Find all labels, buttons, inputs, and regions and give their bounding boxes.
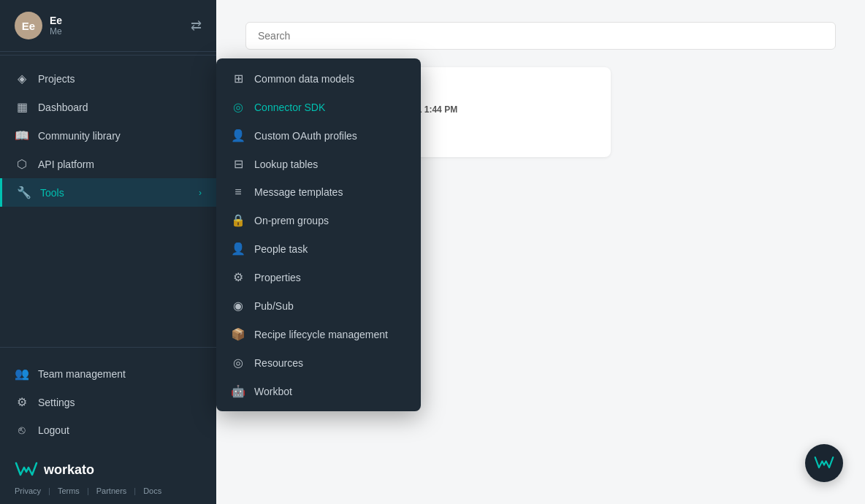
flyout-item-message-templates[interactable]: ≡ Message templates xyxy=(216,178,421,206)
sidebar-item-label: Team management xyxy=(38,368,126,380)
user-subtitle: Me xyxy=(50,26,62,37)
sidebar-item-settings[interactable]: ⚙ Settings xyxy=(0,388,216,416)
community-library-icon: 📖 xyxy=(15,129,29,142)
sidebar: Ee Ee Me ⇄ ◈ Projects ▦ Dashboard 📖 Comm… xyxy=(0,0,216,504)
properties-icon: ⚙ xyxy=(231,270,245,284)
footer-link-terms[interactable]: Terms xyxy=(58,486,80,495)
resources-icon: ◎ xyxy=(231,356,245,370)
sidebar-item-projects[interactable]: ◈ Projects xyxy=(0,64,216,93)
flyout-item-label: Recipe lifecycle management xyxy=(254,329,388,340)
sidebar-bottom: 👥 Team management ⚙ Settings ⎋ Logout xyxy=(0,351,216,453)
sidebar-item-label: Community library xyxy=(38,130,121,142)
flyout-item-label: Message templates xyxy=(254,186,343,198)
flyout-item-label: Lookup tables xyxy=(254,159,318,170)
dashboard-icon: ▦ xyxy=(15,100,29,114)
api-platform-icon: ⬡ xyxy=(15,157,29,171)
flyout-item-label: Custom OAuth profiles xyxy=(254,130,357,142)
sidebar-item-tools[interactable]: 🔧 Tools › xyxy=(0,178,216,207)
flyout-item-custom-oauth[interactable]: 👤 Custom OAuth profiles xyxy=(216,121,421,150)
user-info: Ee Me xyxy=(50,15,62,37)
sidebar-item-label: Tools xyxy=(40,187,64,199)
flyout-item-workbot[interactable]: 🤖 Workbot xyxy=(216,377,421,405)
flyout-item-common-data-models[interactable]: ⊞ Common data models xyxy=(216,64,421,93)
workato-logo: workato xyxy=(15,462,202,478)
workbot-icon: 🤖 xyxy=(231,384,245,398)
workato-brand-text: workato xyxy=(44,462,94,478)
logout-icon: ⎋ xyxy=(15,424,29,437)
sidebar-item-team-management[interactable]: 👥 Team management xyxy=(0,359,216,388)
settings-icon: ⚙ xyxy=(15,395,29,409)
switch-account-icon[interactable]: ⇄ xyxy=(191,18,202,34)
sidebar-footer: workato Privacy | Terms | Partners | Doc… xyxy=(0,453,216,504)
flyout-item-pub-sub[interactable]: ◉ Pub/Sub xyxy=(216,291,421,320)
footer-link-privacy[interactable]: Privacy xyxy=(15,486,41,495)
workato-fab-button[interactable] xyxy=(805,444,843,482)
sidebar-divider-bottom xyxy=(0,347,216,348)
flyout-item-label: People task xyxy=(254,243,308,255)
user-profile[interactable]: Ee Ee Me xyxy=(15,12,62,39)
sidebar-divider xyxy=(0,55,216,56)
sidebar-header: Ee Ee Me ⇄ xyxy=(0,0,216,52)
flyout-item-label: Workbot xyxy=(254,386,292,397)
flyout-item-label: Connector SDK xyxy=(254,102,325,113)
sidebar-item-label: Logout xyxy=(38,424,69,436)
recipe-lifecycle-icon: 📦 xyxy=(231,327,245,341)
search-input[interactable] xyxy=(245,22,836,50)
sidebar-item-dashboard[interactable]: ▦ Dashboard xyxy=(0,93,216,121)
flyout-item-properties[interactable]: ⚙ Properties xyxy=(216,263,421,291)
sidebar-item-label: Projects xyxy=(38,73,75,85)
flyout-item-label: Common data models xyxy=(254,73,354,85)
flyout-item-on-prem-groups[interactable]: 🔒 On-prem groups xyxy=(216,206,421,234)
message-templates-icon: ≡ xyxy=(231,186,245,199)
custom-oauth-icon: 👤 xyxy=(231,129,245,142)
sidebar-item-api-platform[interactable]: ⬡ API platform xyxy=(0,150,216,178)
sidebar-item-label: API platform xyxy=(38,159,94,170)
flyout-item-label: Pub/Sub xyxy=(254,300,294,312)
tools-icon: 🔧 xyxy=(17,186,31,199)
team-management-icon: 👥 xyxy=(15,367,29,381)
flyout-item-label: On-prem groups xyxy=(254,215,329,226)
flyout-item-resources[interactable]: ◎ Resources xyxy=(216,348,421,377)
sidebar-item-label: Dashboard xyxy=(38,102,88,113)
footer-link-partners[interactable]: Partners xyxy=(96,486,127,495)
flyout-item-label: Resources xyxy=(254,357,303,369)
chevron-right-icon: › xyxy=(199,188,202,198)
tools-flyout-menu: ⊞ Common data models ◎ Connector SDK 👤 C… xyxy=(216,58,421,411)
lookup-tables-icon: ⊟ xyxy=(231,157,245,171)
flyout-item-recipe-lifecycle[interactable]: 📦 Recipe lifecycle management xyxy=(216,320,421,348)
projects-icon: ◈ xyxy=(15,72,29,85)
user-name: Ee xyxy=(50,15,62,26)
flyout-item-connector-sdk[interactable]: ◎ Connector SDK xyxy=(216,93,421,121)
on-prem-groups-icon: 🔒 xyxy=(231,213,245,227)
flyout-item-label: Properties xyxy=(254,272,301,283)
flyout-item-lookup-tables[interactable]: ⊟ Lookup tables xyxy=(216,150,421,178)
people-task-icon: 👤 xyxy=(231,242,245,256)
common-data-models-icon: ⊞ xyxy=(231,72,245,85)
sidebar-nav: ◈ Projects ▦ Dashboard 📖 Community libra… xyxy=(0,58,216,344)
sidebar-item-logout[interactable]: ⎋ Logout xyxy=(0,416,216,444)
connector-sdk-icon: ◎ xyxy=(231,100,245,114)
footer-links: Privacy | Terms | Partners | Docs xyxy=(15,486,202,495)
footer-link-docs[interactable]: Docs xyxy=(143,486,161,495)
pub-sub-icon: ◉ xyxy=(231,299,245,313)
flyout-item-people-task[interactable]: 👤 People task xyxy=(216,234,421,263)
avatar: Ee xyxy=(15,12,42,39)
sidebar-item-community-library[interactable]: 📖 Community library xyxy=(0,121,216,150)
sidebar-item-label: Settings xyxy=(38,397,75,408)
